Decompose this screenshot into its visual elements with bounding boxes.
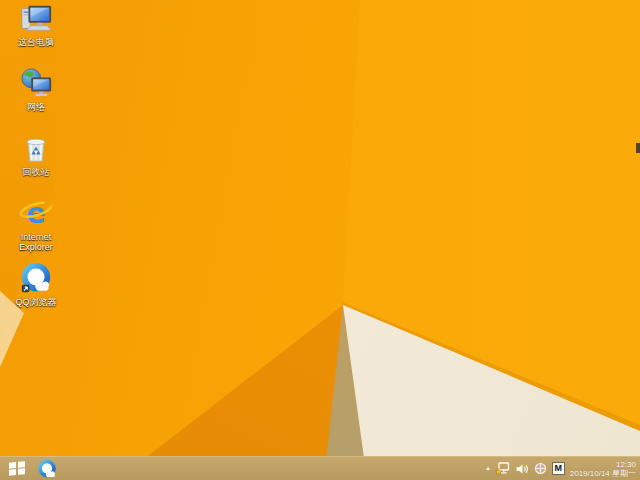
system-tray: ▴ M 12:30 2019/10/14 星期一 xyxy=(486,457,640,480)
ime-indicator[interactable]: M xyxy=(552,462,565,475)
desktop-icon-qq-browser[interactable]: QQ浏览器 xyxy=(4,262,68,327)
show-hidden-icons-button[interactable]: ▴ xyxy=(486,464,490,471)
desktop-icon-internet-explorer[interactable]: e Internet Explorer xyxy=(4,197,68,262)
desktop: 这台电脑 网络 xyxy=(0,0,640,480)
windows-start-icon xyxy=(9,461,25,475)
volume-icon[interactable] xyxy=(515,462,529,476)
desktop-icon-network[interactable]: 网络 xyxy=(4,67,68,132)
qq-browser-icon xyxy=(19,262,53,296)
desktop-icon-label: 回收站 xyxy=(23,167,50,177)
desktop-icon-label: QQ浏览器 xyxy=(15,297,56,307)
internet-explorer-icon: e xyxy=(19,197,53,231)
recycle-bin-icon xyxy=(19,132,53,166)
tray-time: 12:30 xyxy=(616,460,636,469)
computer-icon xyxy=(19,2,53,36)
globe-crosshair-icon[interactable] xyxy=(534,462,547,475)
tray-date: 2019/10/14 星期一 xyxy=(570,469,636,478)
desktop-icon-this-pc[interactable]: 这台电脑 xyxy=(4,2,68,67)
desktop-icon-grid: 这台电脑 网络 xyxy=(4,2,68,327)
taskbar-app-qq-browser[interactable] xyxy=(34,457,60,480)
network-globe-icon xyxy=(19,67,53,101)
desktop-icon-label: 网络 xyxy=(27,102,45,112)
desktop-icon-label: 这台电脑 xyxy=(18,37,54,47)
desktop-icon-label: Internet Explorer xyxy=(5,232,67,253)
taskbar: ▴ M 12:30 2019/10/14 星期一 xyxy=(0,456,640,480)
start-button[interactable] xyxy=(0,457,34,480)
desktop-icon-recycle-bin[interactable]: 回收站 xyxy=(4,132,68,197)
qq-browser-icon xyxy=(37,459,57,479)
screen-edge-artifact xyxy=(636,143,640,153)
tray-clock[interactable]: 12:30 2019/10/14 星期一 xyxy=(570,460,636,478)
network-status-warning-icon[interactable] xyxy=(495,461,510,476)
